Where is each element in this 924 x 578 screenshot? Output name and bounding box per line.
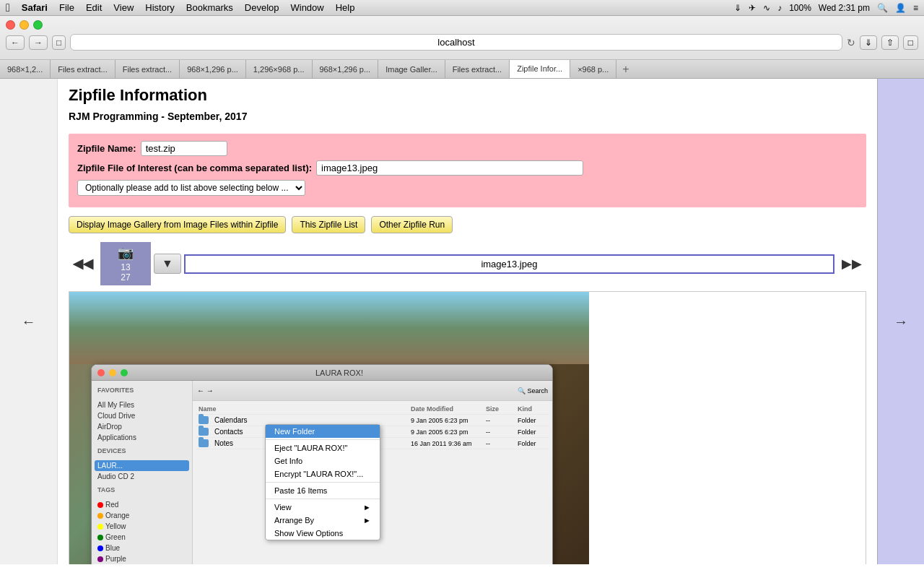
- menu-develop[interactable]: Develop: [245, 2, 279, 13]
- close-button[interactable]: [6, 20, 15, 30]
- finder-row-header: Name Date Modified Size Kind: [196, 404, 549, 415]
- menu-history[interactable]: History: [145, 2, 174, 13]
- tab-5[interactable]: 968×1,296 p...: [313, 60, 379, 78]
- context-paste[interactable]: Paste 16 Items: [266, 484, 380, 497]
- file-select[interactable]: Optionally please add to list above sele…: [77, 180, 305, 196]
- finder-close[interactable]: [97, 369, 105, 376]
- tab-view-button[interactable]: □: [52, 35, 66, 50]
- page-subtitle: RJM Programming - September, 2017: [69, 111, 866, 122]
- back-button[interactable]: ←: [6, 35, 25, 50]
- folder-size-calendars: --: [486, 417, 515, 424]
- prev-arrow-button[interactable]: ◀◀: [69, 254, 97, 273]
- menu-file[interactable]: File: [59, 2, 74, 13]
- clock: Wed 2:31 pm: [819, 3, 870, 13]
- sidebar-all-files[interactable]: All My Files: [95, 400, 189, 410]
- this-list-button[interactable]: This Zipfile List: [292, 216, 365, 233]
- gallery-button[interactable]: Display Image Gallery from Image Files w…: [69, 216, 286, 233]
- sidebar-airdrop[interactable]: AirDrop: [95, 421, 189, 432]
- sidebar-applications[interactable]: Applications: [95, 432, 189, 443]
- finder-back[interactable]: ← →: [197, 387, 214, 394]
- fullscreen-button[interactable]: □: [903, 35, 918, 50]
- zipfile-name-label: Zipfile Name:: [77, 143, 136, 154]
- tab-2[interactable]: Files extract...: [116, 60, 180, 78]
- context-new-folder[interactable]: New Folder: [266, 425, 380, 438]
- right-sidebar: →: [877, 79, 924, 564]
- tag-orange[interactable]: Orange: [95, 510, 189, 521]
- search-icon[interactable]: 🔍: [877, 3, 888, 13]
- left-nav-arrow[interactable]: ←: [22, 314, 36, 330]
- folder-name-calendars: Calendars: [214, 416, 408, 424]
- address-bar[interactable]: localhost: [70, 34, 842, 51]
- minimize-button[interactable]: [19, 20, 29, 30]
- forward-button[interactable]: →: [29, 35, 48, 50]
- separator-1: [266, 439, 380, 440]
- menu-icon: ≡: [913, 3, 918, 13]
- separator-3: [266, 499, 380, 499]
- zipfile-name-input[interactable]: [141, 141, 227, 156]
- context-menu: New Folder Eject "LAURA ROX!" Get Info E…: [265, 424, 380, 540]
- tab-7[interactable]: Files extract...: [445, 60, 510, 78]
- folder-size-contacts: --: [486, 428, 515, 436]
- context-arrange[interactable]: Arrange By ►: [266, 514, 380, 527]
- context-view[interactable]: View ►: [266, 501, 380, 514]
- tab-bar: 968×1,2... Files extract... Files extrac…: [0, 60, 924, 79]
- context-eject[interactable]: Eject "LAURA ROX!": [266, 441, 380, 454]
- context-encrypt[interactable]: Encrypt "LAURA ROX!"...: [266, 467, 380, 480]
- menu-bookmarks[interactable]: Bookmarks: [186, 2, 233, 13]
- download-icon[interactable]: ⇓: [734, 3, 741, 13]
- menu-safari[interactable]: Safari: [22, 2, 48, 13]
- tags-section: Tags: [95, 486, 189, 493]
- separator-2: [266, 482, 380, 483]
- left-sidebar: ←: [0, 79, 58, 564]
- right-nav-arrow[interactable]: →: [894, 314, 908, 330]
- new-tab-button[interactable]: +: [616, 60, 635, 78]
- tab-6[interactable]: Image Galler...: [378, 60, 445, 78]
- finder-maximize[interactable]: [121, 369, 128, 376]
- folder-date-notes: 16 Jan 2011 9:36 am: [411, 440, 483, 447]
- tag-blue[interactable]: Blue: [95, 543, 189, 553]
- browser-chrome: ← → □ localhost ↻ ⇓ ⇧ □: [0, 16, 924, 60]
- sidebar-audio[interactable]: Audio CD 2: [95, 471, 189, 482]
- finder-main: ← → 🔍 Search Name Date Modified Size Kin…: [193, 381, 552, 564]
- menu-help[interactable]: Help: [336, 2, 355, 13]
- tab-4[interactable]: 1,296×968 p...: [246, 60, 313, 78]
- menu-view[interactable]: View: [113, 2, 134, 13]
- context-view-options[interactable]: Show View Options: [266, 527, 380, 540]
- tab-9[interactable]: ×968 p...: [570, 60, 616, 78]
- image-nav-row: ◀◀ 📷 13 27 ▼ image13.jpeg ▶▶: [69, 242, 866, 285]
- tab-1[interactable]: Files extract...: [51, 60, 115, 78]
- tag-red[interactable]: Red: [95, 499, 189, 510]
- sidebar-cloud[interactable]: Cloud Drive: [95, 410, 189, 421]
- menu-edit[interactable]: Edit: [86, 2, 102, 13]
- tab-0[interactable]: 968×1,2...: [0, 60, 51, 78]
- finder-minimize[interactable]: [109, 369, 116, 376]
- next-arrow-button[interactable]: ▶▶: [837, 254, 866, 273]
- finder-search[interactable]: 🔍 Search: [518, 387, 548, 394]
- maximize-button[interactable]: [33, 20, 43, 30]
- toolbar-right: ⇓ ⇧ □: [860, 35, 918, 50]
- tag-yellow[interactable]: Yellow: [95, 521, 189, 532]
- download-manager-button[interactable]: ⇓: [860, 35, 877, 50]
- tab-8[interactable]: Zipfile Infor...: [510, 60, 570, 78]
- menu-window[interactable]: Window: [290, 2, 323, 13]
- tag-green[interactable]: Green: [95, 532, 189, 543]
- thumb-label: 27: [121, 272, 130, 282]
- reload-button[interactable]: ↻: [847, 37, 855, 48]
- outdoor-background: [69, 292, 589, 364]
- tab-3[interactable]: 968×1,296 p...: [180, 60, 246, 78]
- favorites-section: Favorites: [95, 387, 189, 394]
- folder-kind-calendars: Folder: [518, 417, 546, 424]
- other-run-button[interactable]: Other Zipfile Run: [371, 216, 453, 233]
- sidebar-laura[interactable]: LAUR...: [95, 460, 189, 471]
- download-button[interactable]: ▼: [154, 254, 181, 274]
- finder-sidebar: Favorites All My Files Cloud Drive AirDr…: [92, 381, 193, 564]
- context-get-info[interactable]: Get Info: [266, 454, 380, 467]
- screenshot-image: LAURA ROX! Favorites All My Files Cloud …: [69, 292, 589, 564]
- finder-title: LAURA ROX!: [132, 368, 546, 377]
- thumbnail-area[interactable]: 📷 13 27: [100, 242, 151, 285]
- image-container: LAURA ROX! Favorites All My Files Cloud …: [69, 291, 866, 564]
- tag-purple[interactable]: Purple: [95, 553, 189, 564]
- share-button[interactable]: ⇧: [881, 35, 899, 50]
- zipfile-foi-input[interactable]: [316, 160, 583, 176]
- apple-menu[interactable]: : [6, 1, 10, 14]
